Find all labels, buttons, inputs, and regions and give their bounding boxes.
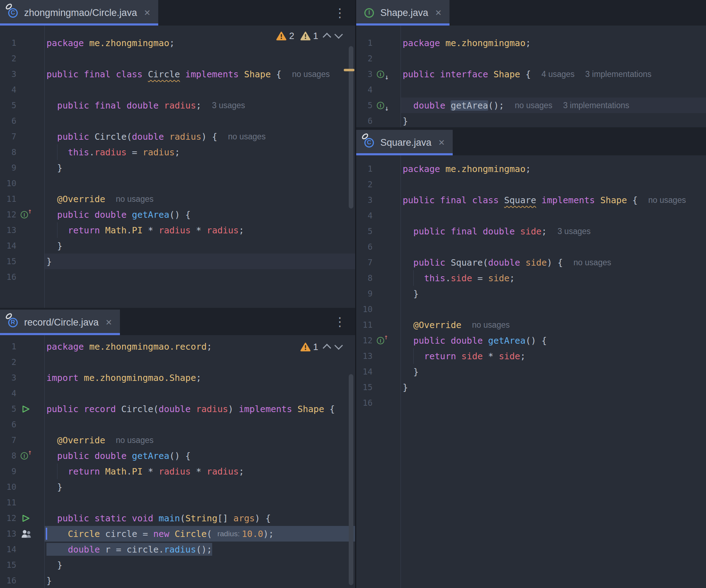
code-vision-hint[interactable]: 3 usages bbox=[212, 101, 245, 110]
override-icon[interactable]: I↑ bbox=[377, 335, 387, 346]
code-text[interactable]: public Square(double side) {no usages bbox=[401, 255, 706, 270]
code-vision-hint[interactable]: 3 implementations bbox=[585, 70, 652, 79]
code-line-16[interactable]: 16} bbox=[0, 573, 355, 588]
code-line-2[interactable]: 2 bbox=[356, 177, 706, 192]
code-area-record-circle-java[interactable]: 1package me.zhongmingmao.record;23import… bbox=[0, 335, 355, 588]
close-tab-icon[interactable]: ✕ bbox=[105, 318, 112, 327]
code-text[interactable]: return side * side; bbox=[401, 348, 706, 364]
code-line-11[interactable]: 11 bbox=[0, 495, 355, 510]
code-vision-hint[interactable]: no usages bbox=[574, 258, 611, 267]
code-line-7[interactable]: 7 @Overrideno usages bbox=[0, 432, 355, 448]
code-text[interactable]: public final class Circle implements Sha… bbox=[44, 66, 355, 82]
code-text[interactable]: } bbox=[401, 286, 706, 301]
code-text[interactable]: package me.zhongmingmao; bbox=[401, 161, 706, 177]
code-text[interactable]: } bbox=[44, 160, 355, 176]
override-icon[interactable]: I↑ bbox=[21, 450, 31, 461]
code-text[interactable]: public final double radius;3 usages bbox=[44, 98, 355, 113]
code-text[interactable]: } bbox=[44, 254, 355, 269]
code-text[interactable] bbox=[401, 208, 706, 223]
code-text[interactable]: public record Circle(double radius) impl… bbox=[44, 401, 355, 417]
error-stripe-warning-mark[interactable] bbox=[344, 69, 354, 71]
implement-icon[interactable]: I↓ bbox=[377, 100, 387, 111]
close-tab-icon[interactable]: ✕ bbox=[438, 138, 445, 148]
code-text[interactable]: } bbox=[44, 479, 355, 495]
code-vision-hint[interactable]: no usages bbox=[228, 132, 266, 142]
code-vision-hint[interactable]: no usages bbox=[116, 436, 154, 445]
code-line-3[interactable]: 3import me.zhongmingmao.Shape; bbox=[0, 370, 355, 385]
code-text[interactable]: public final double side;3 usages bbox=[401, 223, 706, 239]
code-vision-hint[interactable]: 4 usages bbox=[541, 70, 574, 79]
code-text[interactable]: public double getArea() { bbox=[401, 333, 706, 348]
code-line-13[interactable]: 13 return side * side; bbox=[356, 348, 706, 364]
code-line-9[interactable]: 9 } bbox=[356, 286, 706, 301]
code-area-shape-java[interactable]: 1package me.zhongmingmao;23I↓public inte… bbox=[356, 26, 706, 127]
code-line-11[interactable]: 11 @Overrideno usages bbox=[356, 317, 706, 333]
code-text[interactable] bbox=[401, 51, 706, 66]
code-text[interactable] bbox=[401, 301, 706, 317]
code-line-9[interactable]: 9 } bbox=[0, 160, 355, 176]
code-line-4[interactable]: 4 bbox=[356, 208, 706, 223]
code-text[interactable] bbox=[401, 395, 706, 411]
code-line-6[interactable]: 6} bbox=[356, 113, 706, 129]
code-line-13[interactable]: 13 return Math.PI * radius * radius; bbox=[0, 222, 355, 238]
pane-splitter[interactable] bbox=[355, 0, 356, 588]
code-line-15[interactable]: 15} bbox=[0, 254, 355, 269]
code-text[interactable]: } bbox=[401, 364, 706, 379]
code-line-10[interactable]: 10 } bbox=[0, 479, 355, 495]
code-line-1[interactable]: 1package me.zhongmingmao; bbox=[356, 35, 706, 51]
code-line-6[interactable]: 6 bbox=[0, 113, 355, 129]
code-line-2[interactable]: 2 bbox=[0, 354, 355, 370]
implement-icon[interactable]: I↓ bbox=[377, 68, 387, 80]
code-text[interactable]: @Overrideno usages bbox=[401, 317, 706, 333]
code-line-5[interactable]: 5I↓ double getArea();no usages3 implemen… bbox=[356, 98, 706, 113]
code-line-3[interactable]: 3public final class Circle implements Sh… bbox=[0, 66, 355, 82]
code-line-13[interactable]: 13 Circle circle = new Circle( radius: 1… bbox=[0, 526, 355, 542]
close-tab-icon[interactable]: ✕ bbox=[144, 8, 150, 18]
code-line-5[interactable]: 5 public final double radius;3 usages bbox=[0, 98, 355, 113]
code-text[interactable]: return Math.PI * radius * radius; bbox=[44, 464, 355, 479]
code-line-14[interactable]: 14 } bbox=[356, 364, 706, 379]
code-text[interactable]: } bbox=[401, 113, 706, 129]
code-line-14[interactable]: 14 } bbox=[0, 238, 355, 254]
code-text[interactable]: double getArea();no usages3 implementati… bbox=[401, 98, 706, 113]
code-text[interactable] bbox=[44, 385, 355, 401]
code-vision-hint[interactable]: no usages bbox=[292, 70, 330, 79]
code-text[interactable] bbox=[44, 354, 355, 370]
code-line-4[interactable]: 4 bbox=[0, 385, 355, 401]
code-line-12[interactable]: 12I↑ public double getArea() { bbox=[356, 333, 706, 348]
code-text[interactable]: package me.zhongmingmao; bbox=[401, 35, 706, 51]
previous-problem-icon[interactable] bbox=[322, 33, 331, 41]
previous-problem-icon[interactable] bbox=[322, 344, 331, 352]
code-line-15[interactable]: 15} bbox=[356, 379, 706, 395]
code-line-12[interactable]: 12I↑ public double getArea() { bbox=[0, 207, 355, 222]
code-text[interactable] bbox=[44, 417, 355, 432]
code-line-5[interactable]: 5 public final double side;3 usages bbox=[356, 223, 706, 239]
code-line-6[interactable]: 6 bbox=[356, 239, 706, 255]
code-line-5[interactable]: 5public record Circle(double radius) imp… bbox=[0, 401, 355, 417]
warnings-strong-count[interactable]: 2 bbox=[276, 30, 294, 41]
code-text[interactable] bbox=[44, 495, 355, 510]
code-text[interactable] bbox=[44, 113, 355, 129]
code-line-6[interactable]: 6 bbox=[0, 417, 355, 432]
run-icon[interactable] bbox=[21, 513, 30, 523]
code-line-15[interactable]: 15 } bbox=[0, 557, 355, 573]
people-icon[interactable] bbox=[21, 529, 32, 539]
code-text[interactable]: import me.zhongmingmao.Shape; bbox=[44, 370, 355, 385]
next-problem-icon[interactable] bbox=[334, 30, 343, 39]
code-vision-hint[interactable]: no usages bbox=[515, 101, 552, 110]
code-text[interactable]: this.side = side; bbox=[401, 270, 706, 286]
code-line-10[interactable]: 10 bbox=[356, 301, 706, 317]
tab-record-circle-java[interactable]: R record/Circle.java ✕ bbox=[0, 310, 120, 335]
code-text[interactable]: public final class Square implements Sha… bbox=[401, 192, 706, 208]
tab-zhongmingmao-circle-java[interactable]: C zhongmingmao/Circle.java ✕ bbox=[0, 0, 158, 26]
code-text[interactable]: public interface Shape {4 usages3 implem… bbox=[401, 66, 706, 82]
code-area-square-java[interactable]: 1package me.zhongmingmao;23public final … bbox=[356, 155, 706, 588]
code-text[interactable] bbox=[44, 82, 355, 98]
close-tab-icon[interactable]: ✕ bbox=[435, 8, 442, 18]
code-line-7[interactable]: 7 public Square(double side) {no usages bbox=[356, 255, 706, 270]
code-vision-hint[interactable]: 3 usages bbox=[557, 227, 590, 236]
code-line-4[interactable]: 4 bbox=[356, 82, 706, 98]
code-vision-hint[interactable]: no usages bbox=[116, 194, 154, 204]
code-text[interactable]: return Math.PI * radius * radius; bbox=[44, 222, 355, 238]
override-icon[interactable]: I↑ bbox=[21, 209, 31, 220]
